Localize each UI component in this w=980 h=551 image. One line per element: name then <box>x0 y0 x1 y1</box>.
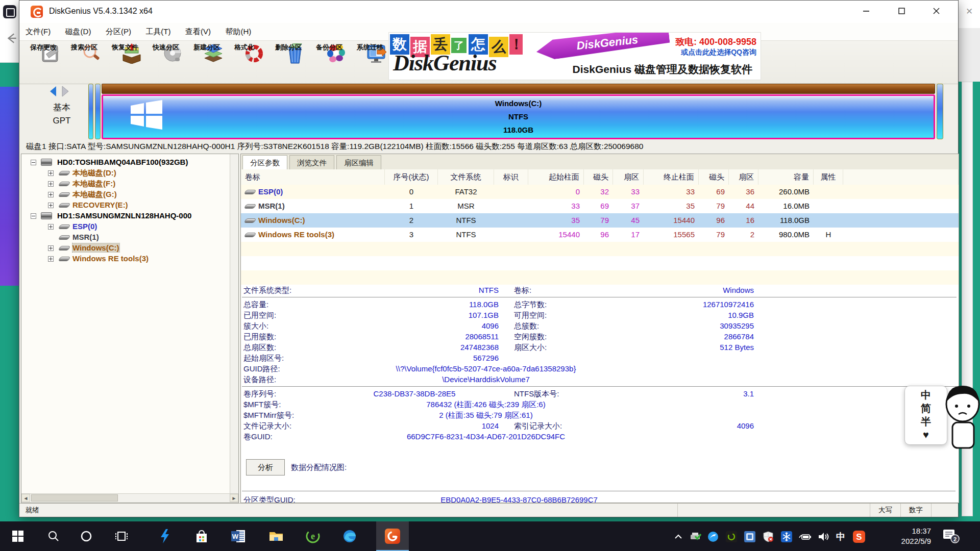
tree-item-hd0[interactable]: HD0:TOSHIBAMQ04ABF100(932GB) <box>21 157 238 168</box>
detail-row: 文件系统类型:NTFS卷标:Windows <box>241 285 959 295</box>
taskbar-clock[interactable]: 18:37 2022/5/9 <box>882 526 931 546</box>
close-button[interactable] <box>922 1 950 21</box>
toolbar-label: 快速分区 <box>153 43 179 52</box>
tray-chevron-up-icon[interactable] <box>672 530 685 543</box>
maximize-button[interactable] <box>887 1 916 21</box>
minimize-button[interactable] <box>852 1 880 21</box>
partition-block-msr[interactable] <box>95 84 101 139</box>
recover-files-button[interactable]: 恢复文件 <box>112 42 152 82</box>
task-view-button[interactable] <box>113 528 131 545</box>
toolbar-label: 删除分区 <box>275 43 302 52</box>
expand-icon[interactable] <box>48 170 54 176</box>
ime-simplified[interactable]: 简 <box>905 402 947 415</box>
delete-partition-button[interactable]: 删除分区 <box>275 42 315 82</box>
partition-block-re-tools[interactable] <box>937 84 943 139</box>
tab-sector-edit[interactable]: 扇区编辑 <box>336 155 381 170</box>
expand-icon[interactable] <box>48 256 54 262</box>
search-partition-button[interactable]: 搜索分区 <box>71 42 111 82</box>
backup-partition-button[interactable]: 备份分区 <box>316 42 356 82</box>
detail-row: GUID路径:\\?\Volume{fcf0fc5b-5207-47ce-a60… <box>241 363 959 374</box>
taskbar-search-button[interactable] <box>45 528 62 545</box>
flash-app-button[interactable] <box>156 528 174 545</box>
tray-messenger-icon[interactable] <box>706 530 720 543</box>
menu-disk[interactable]: 磁盘(D) <box>59 23 97 37</box>
tree-item-local-d[interactable]: 本地磁盘(D:) <box>21 168 238 179</box>
expand-icon[interactable] <box>48 192 54 197</box>
start-button[interactable] <box>9 528 27 545</box>
scroll-left-icon[interactable]: ◄ <box>21 494 30 502</box>
clock-date: 2022/5/9 <box>882 536 931 546</box>
tree-vertical-scrollbar[interactable] <box>230 154 238 494</box>
tray-battery-icon[interactable] <box>798 530 812 543</box>
tree-item-windows-c[interactable]: Windows(C:) <box>21 243 238 254</box>
expand-icon[interactable] <box>48 181 54 187</box>
expand-icon[interactable] <box>48 245 54 251</box>
collapse-icon[interactable] <box>31 213 36 219</box>
tree-horizontal-scrollbar[interactable]: ◄ ► <box>21 493 238 503</box>
banner-ad[interactable]: 数 据 丢 了 怎 么 ！ DiskGenius DiskGenius 致电: … <box>388 32 761 80</box>
menu-partition[interactable]: 分区(P) <box>100 23 137 37</box>
tray-ime-indicator[interactable]: 中 <box>834 530 847 543</box>
internet-explorer-button[interactable]: e <box>304 528 322 545</box>
banner-qq-link[interactable]: 或点击此处选择QQ咨询 <box>681 48 756 57</box>
menu-help[interactable]: 帮助(H) <box>219 23 257 37</box>
tray-nvidia-icon[interactable] <box>725 530 738 543</box>
notification-center-button[interactable]: 2 <box>942 529 958 542</box>
analyze-button[interactable]: 分析 <box>246 459 285 475</box>
ime-heart-icon[interactable]: ♥ <box>905 428 947 441</box>
cortana-button[interactable] <box>78 528 95 545</box>
notification-count: 2 <box>953 536 957 542</box>
diskgenius-taskbar-button[interactable] <box>384 528 401 545</box>
tray-speaker-icon[interactable] <box>817 530 830 543</box>
menu-tools[interactable]: 工具(T) <box>139 23 177 37</box>
table-row-esp[interactable]: ESP(0) 0FAT32 032 3333 6936 260.0MB <box>241 185 959 199</box>
partition-icon <box>58 224 71 229</box>
edge-button[interactable] <box>341 528 358 545</box>
table-row-windows-c-selected[interactable]: Windows(C:) 2NTFS 3579 4515440 9616 118.… <box>241 213 959 228</box>
format-button[interactable]: 格式化 <box>234 42 274 82</box>
tree-item-local-g[interactable]: 本地磁盘(G:) <box>21 189 238 200</box>
partition-block-windows-c[interactable]: Windows(C:) NTFS 118.0GB <box>102 94 935 139</box>
menu-view[interactable]: 查看(V) <box>179 23 217 37</box>
tree-item-esp[interactable]: ESP(0) <box>21 221 238 232</box>
status-numlock: 数字 <box>901 504 932 517</box>
tree-item-windows-re[interactable]: Windows RE tools(3) <box>21 254 238 264</box>
scroll-right-icon[interactable]: ► <box>230 494 238 502</box>
expand-icon[interactable] <box>48 224 54 230</box>
disk-icon <box>41 212 52 219</box>
ime-halfwidth[interactable]: 半 <box>905 415 947 428</box>
tab-browse-files[interactable]: 浏览文件 <box>289 155 334 170</box>
tree-item-local-f[interactable]: 本地磁盘(F:) <box>21 179 238 189</box>
tab-partition-params[interactable]: 分区参数 <box>242 155 287 170</box>
detail-row: 设备路径:\Device\HarddiskVolume7 <box>241 374 959 385</box>
tree-item-hd1[interactable]: HD1:SAMSUNGMZNLN128HAHQ-000 <box>21 211 238 221</box>
tray-security-shield-icon[interactable] <box>762 530 775 543</box>
tray-printer-icon[interactable] <box>689 530 702 543</box>
word-button[interactable]: W <box>230 528 247 545</box>
tree-item-msr[interactable]: MSR(1) <box>21 232 238 243</box>
diskgenius-icon <box>385 529 400 544</box>
ime-status-widget[interactable]: 中 简 半 ♥ <box>904 386 947 445</box>
menu-file[interactable]: 文件(F) <box>19 23 57 37</box>
partition-type-guid-row: 分区类型GUID:EBD0A0A2-B9E5-4433-87C0-68B6B72… <box>241 494 959 503</box>
collapse-icon[interactable] <box>31 160 36 165</box>
tray-intel-graphics-icon[interactable] <box>743 530 756 543</box>
banner-ribbon: DiskGenius <box>535 32 671 61</box>
tray-sogou-icon[interactable]: S <box>852 530 866 543</box>
save-changes-button[interactable]: 保存更改 <box>30 42 70 82</box>
new-partition-button[interactable]: 新建分区 <box>193 42 233 82</box>
background-scrollbar[interactable] <box>962 82 973 516</box>
disk-nav-arrows[interactable] <box>45 85 76 97</box>
file-explorer-button[interactable] <box>267 528 285 545</box>
quick-partition-button[interactable]: 快速分区 <box>153 42 192 82</box>
tray-snowflake-icon[interactable] <box>780 530 793 543</box>
store-button[interactable] <box>193 528 210 545</box>
expand-icon[interactable] <box>48 203 54 208</box>
table-row-windows-re[interactable]: Windows RE tools(3) 3NTFS 1544096 171556… <box>241 228 959 242</box>
table-row-msr[interactable]: MSR(1) 1MSR 3369 3735 7944 16.0MB <box>241 199 959 213</box>
taskbar: W e 中 S 18:37 2022/5/9 <box>0 521 980 551</box>
partition-block-esp[interactable] <box>88 84 93 139</box>
ime-lang[interactable]: 中 <box>905 388 947 402</box>
tree-item-recovery-e[interactable]: RECOVERY(E:) <box>21 200 238 211</box>
scrollbar-thumb[interactable] <box>31 494 118 502</box>
